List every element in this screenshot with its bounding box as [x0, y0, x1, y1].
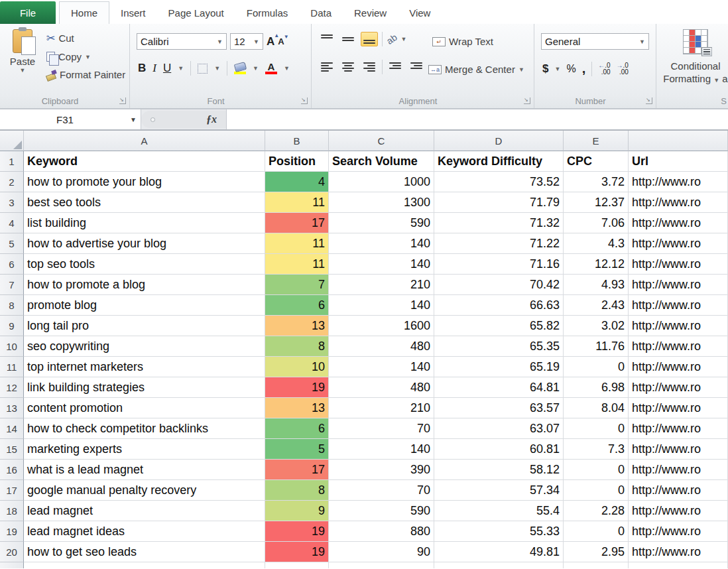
cell-url[interactable]: http://www.ro — [629, 275, 728, 295]
name-box-dropdown-icon[interactable]: ▼ — [130, 116, 141, 123]
cell-url[interactable]: http://www.ro — [629, 377, 728, 398]
cell-position[interactable]: 8 — [265, 480, 329, 501]
fill-color-dropdown-icon[interactable]: ▼ — [253, 65, 259, 72]
cell-search-volume[interactable]: 210 — [329, 398, 434, 418]
cell-empty[interactable] — [564, 562, 629, 568]
file-tab[interactable]: File — [0, 1, 56, 24]
italic-button[interactable]: I — [152, 62, 156, 75]
cell-empty[interactable] — [24, 562, 265, 568]
cell-search-volume[interactable]: 480 — [329, 336, 434, 357]
cell-empty[interactable] — [629, 562, 728, 568]
tab-page-layout[interactable]: Page Layout — [157, 1, 235, 24]
cell-cpc[interactable]: 2.28 — [564, 501, 629, 521]
cell-cpc[interactable]: 7.3 — [564, 439, 629, 460]
row-header-14[interactable]: 14 — [0, 418, 24, 439]
number-format-select[interactable]: General ▼ — [541, 33, 649, 50]
cell-cpc[interactable]: 3.72 — [564, 172, 629, 192]
column-header-C[interactable]: C — [329, 131, 434, 151]
cell-keyword[interactable]: how to check competitor backlinks — [24, 418, 265, 439]
row-header-17[interactable]: 17 — [0, 480, 24, 501]
field-header-search-volume[interactable]: Search Volume — [329, 151, 434, 172]
row-header-20[interactable]: 20 — [0, 542, 24, 562]
row-header-16[interactable]: 16 — [0, 460, 24, 480]
align-center-button[interactable] — [339, 60, 357, 74]
align-bottom-button[interactable] — [361, 32, 378, 46]
cell-keyword[interactable]: how to advertise your blog — [24, 233, 265, 254]
cell-keyword[interactable]: seo copywriting — [24, 336, 265, 357]
cell-url[interactable]: http://www.ro — [629, 480, 728, 501]
cell-search-volume[interactable]: 1000 — [329, 172, 434, 192]
cell-search-volume[interactable]: 70 — [329, 418, 434, 439]
cell-keyword-difficulty[interactable]: 70.42 — [434, 275, 564, 295]
font-name-select[interactable]: Calibri ▼ — [137, 33, 227, 50]
align-middle-button[interactable] — [339, 32, 357, 46]
cell-keyword[interactable]: list building — [24, 213, 265, 233]
cell-search-volume[interactable]: 1600 — [329, 316, 434, 336]
font-size-select[interactable]: 12 ▼ — [230, 33, 263, 50]
merge-center-button[interactable]: ↔a Merge & Center ▼ — [426, 62, 527, 76]
row-header-13[interactable]: 13 — [0, 398, 24, 418]
cell-search-volume[interactable]: 590 — [329, 213, 434, 233]
cell-search-volume[interactable]: 70 — [329, 480, 434, 501]
bold-button[interactable]: B — [138, 62, 146, 75]
cell-url[interactable]: http://www.ro — [629, 521, 728, 542]
cell-keyword-difficulty[interactable]: 60.81 — [434, 439, 564, 460]
insert-function-icon[interactable]: ƒx — [206, 113, 217, 125]
cell-keyword-difficulty[interactable]: 65.35 — [434, 336, 564, 357]
cell-keyword-difficulty[interactable]: 57.34 — [434, 480, 564, 501]
cell-position[interactable]: 8 — [265, 336, 329, 357]
column-header-E[interactable]: E — [564, 131, 629, 151]
cell-keyword[interactable]: link building strategies — [24, 377, 265, 398]
select-all-corner[interactable] — [0, 131, 24, 151]
cell-keyword-difficulty[interactable]: 63.57 — [434, 398, 564, 418]
cell-url[interactable]: http://www.ro — [629, 295, 728, 316]
cell-cpc[interactable]: 4.3 — [564, 233, 629, 254]
cell-keyword[interactable]: top seo tools — [24, 254, 265, 275]
cell-keyword[interactable]: best seo tools — [24, 192, 265, 213]
row-header-2[interactable]: 2 — [0, 172, 24, 192]
row-header-3[interactable]: 3 — [0, 192, 24, 213]
cell-search-volume[interactable]: 480 — [329, 377, 434, 398]
cell-position[interactable]: 7 — [265, 275, 329, 295]
cell-keyword-difficulty[interactable]: 49.81 — [434, 542, 564, 562]
cell-keyword[interactable]: google manual penalty recovery — [24, 480, 265, 501]
cell-cpc[interactable]: 7.06 — [564, 213, 629, 233]
cell-cpc[interactable]: 0 — [564, 357, 629, 377]
cell-url[interactable]: http://www.ro — [629, 357, 728, 377]
align-top-button[interactable] — [318, 32, 335, 46]
cell-keyword-difficulty[interactable]: 58.12 — [434, 460, 564, 480]
alignment-dialog-launcher-icon[interactable]: ↘ — [524, 97, 530, 104]
cell-position[interactable]: 13 — [265, 398, 329, 418]
cell-keyword-difficulty[interactable]: 65.19 — [434, 357, 564, 377]
cell-search-volume[interactable]: 590 — [329, 501, 434, 521]
cell-keyword[interactable]: content promotion — [24, 398, 265, 418]
increase-indent-button[interactable] — [408, 60, 425, 74]
column-header-B[interactable]: B — [265, 131, 329, 151]
cell-url[interactable]: http://www.ro — [629, 501, 728, 521]
cell-cpc[interactable]: 2.43 — [564, 295, 629, 316]
row-header-1[interactable]: 1 — [0, 151, 24, 172]
cell-position[interactable]: 9 — [265, 501, 329, 521]
cell-position[interactable]: 11 — [265, 233, 329, 254]
cell-keyword[interactable]: top internet marketers — [24, 357, 265, 377]
row-header-6[interactable]: 6 — [0, 254, 24, 275]
tab-view[interactable]: View — [398, 1, 442, 24]
cell-keyword[interactable]: marketing experts — [24, 439, 265, 460]
cell-empty[interactable] — [434, 562, 564, 568]
row-header-4[interactable]: 4 — [0, 213, 24, 233]
cell-url[interactable]: http://www.ro — [629, 213, 728, 233]
cell-url[interactable]: http://www.ro — [629, 192, 728, 213]
shrink-font-button[interactable]: A▼ — [278, 36, 284, 46]
cell-cpc[interactable]: 8.04 — [564, 398, 629, 418]
cell-url[interactable]: http://www.ro — [629, 418, 728, 439]
row-header-9[interactable]: 9 — [0, 316, 24, 336]
increase-decimal-button[interactable]: ←.0 .00 — [598, 62, 610, 76]
paste-button[interactable]: Paste ▼ — [4, 29, 41, 93]
accounting-format-button[interactable]: $ — [542, 62, 548, 76]
cell-keyword-difficulty[interactable]: 71.22 — [434, 233, 564, 254]
font-dialog-launcher-icon[interactable]: ↘ — [301, 97, 308, 104]
cell-position[interactable]: 6 — [265, 418, 329, 439]
font-color-dropdown-icon[interactable]: ▼ — [284, 65, 290, 72]
cell-position[interactable]: 17 — [265, 460, 329, 480]
cell-keyword-difficulty[interactable]: 71.32 — [434, 213, 564, 233]
